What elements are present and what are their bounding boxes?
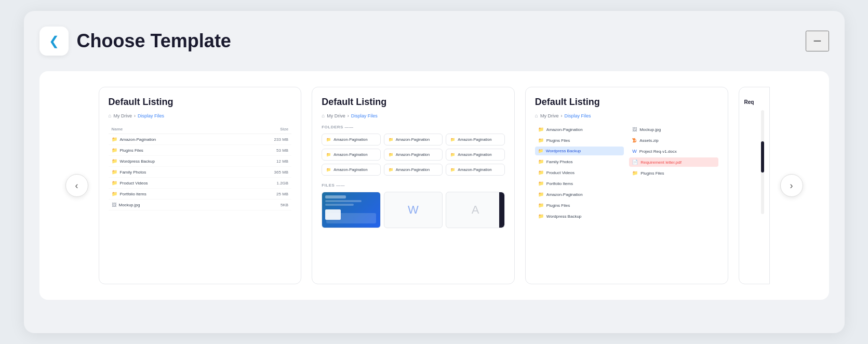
folder-icon-sm: 📁	[450, 152, 455, 157]
folder-icon: 📁	[112, 148, 117, 153]
table-row[interactable]: 📁Wordpress Backup 12 MB	[109, 156, 292, 167]
list-item[interactable]: 📁Amazon-Pagination	[446, 149, 505, 161]
file-size: 53 MB	[239, 145, 292, 156]
home-icon: ⌂	[535, 113, 538, 118]
card1-breadcrumb: ⌂ My Drive › Display Files	[109, 113, 292, 118]
folder-icon: 📁	[632, 170, 638, 176]
list-item[interactable]: 📁Plugins Files	[629, 168, 718, 178]
template-card-2[interactable]: Default Listing ⌂ My Drive › Display Fil…	[312, 87, 515, 284]
folder-icon: 📁	[538, 203, 544, 208]
doc-icon: A	[472, 203, 479, 217]
list-item[interactable]: 📁Amazon-Pagination	[384, 149, 443, 161]
scrollbar-thumb[interactable]	[761, 141, 764, 173]
file-thumb-word[interactable]: W	[384, 192, 443, 228]
list-item[interactable]: 📁Amazon-Pagination	[446, 134, 505, 145]
folder-icon: 📁	[112, 191, 117, 196]
list-item[interactable]: 📁Amazon-Pagination	[446, 164, 505, 176]
folder-icon: 📁	[112, 169, 117, 175]
list-item-selected[interactable]: 📁Wordpress Backup	[535, 147, 624, 155]
list-item[interactable]: 📁Amazon-Pagination	[535, 125, 624, 134]
table-row[interactable]: 🖼Mockup.jpg 5KB	[109, 200, 292, 210]
bc3-sep: ›	[560, 113, 562, 118]
table-row[interactable]: 📁Family Photos 365 MB	[109, 167, 292, 178]
list-item[interactable]: 📁Amazon-Pagination	[384, 164, 443, 176]
bc2-current: Display Files	[351, 113, 378, 118]
scrollbar-track	[761, 110, 764, 214]
list-item[interactable]: 📁Amazon-Pagination	[322, 134, 381, 145]
table-row[interactable]: 📁Amazon-Pagination 233 MB	[109, 134, 292, 145]
folder-icon-sm: 📁	[389, 167, 393, 172]
col-name: Name	[109, 125, 239, 134]
folder-grid: 📁Amazon-Pagination 📁Amazon-Pagination 📁A…	[322, 134, 505, 176]
file-size: 1.2GB	[239, 178, 292, 189]
file-name: Portfolio Items	[120, 192, 146, 196]
list-item[interactable]: 📁Amazon-Pagination	[384, 134, 443, 145]
card2-title: Default Listing	[322, 97, 505, 108]
list-item[interactable]: 📁Plugins Files	[535, 136, 624, 145]
next-button[interactable]: ›	[780, 174, 803, 197]
file-thumb-doc[interactable]: A	[446, 192, 505, 228]
list-table: Name Size 📁Amazon-Pagination 233 MB 📁Plu…	[109, 125, 292, 210]
template-card-3[interactable]: Default Listing ⌂ My Drive › Display Fil…	[525, 87, 728, 284]
peek-title: Req	[744, 99, 754, 105]
folder-icon: 📁	[538, 181, 544, 186]
file-size: 365 MB	[239, 167, 292, 178]
folder-icon-sm: 📁	[450, 137, 455, 142]
list-item[interactable]: 📁Amazon-Pagination	[322, 149, 381, 161]
file-thumb-preview[interactable]	[322, 192, 381, 228]
list-item[interactable]: 🗜Assets.zip	[629, 136, 718, 145]
image-icon: 🖼	[112, 202, 116, 207]
list-item[interactable]: 📁Plugins Files	[535, 201, 624, 210]
list-item[interactable]: 📁Product Videos	[535, 168, 624, 177]
card1-title: Default Listing	[109, 97, 292, 108]
list-item[interactable]: 📁Amazon-Pagination	[322, 164, 381, 176]
folder-icon: 📁	[112, 180, 117, 186]
split-left-col: 📁Amazon-Pagination 📁Plugins Files 📁Wordp…	[535, 125, 624, 221]
folder-icon: 📁	[538, 170, 544, 175]
folder-icon-sm: 📁	[450, 167, 455, 172]
word-icon: W	[408, 203, 419, 217]
folder-icon: 📁	[112, 137, 117, 142]
card-peek: Req	[739, 87, 770, 284]
home-icon: ⌂	[109, 113, 112, 118]
list-item[interactable]: 📁Amazon-Pagination	[535, 190, 624, 199]
jpg-icon: 🖼	[632, 127, 637, 132]
files-grid: W A	[322, 192, 505, 228]
list-item[interactable]: 📁Wordpress Backup	[535, 211, 624, 221]
split-right-col: 🖼Mockup.jpg 🗜Assets.zip WProject Req-v1.…	[629, 125, 718, 221]
folder-icon-sm: 📁	[326, 152, 331, 157]
folder-icon: 📁	[538, 192, 544, 197]
file-size: 233 MB	[239, 134, 292, 145]
app-logo-icon: ❮	[49, 34, 59, 48]
files-label: FILES ——	[322, 183, 505, 188]
modal-container: ❮ Choose Template − ‹ Default Listing ⌂ …	[24, 11, 845, 333]
bc1-sep: ›	[134, 113, 136, 118]
file-size: 25 MB	[239, 189, 292, 200]
folder-icon: 📁	[112, 158, 117, 164]
zip-icon: 🗜	[632, 138, 637, 143]
bc1-root: My Drive	[114, 113, 132, 118]
bc2-sep: ›	[348, 113, 349, 118]
modal-header: ❮ Choose Template −	[39, 27, 829, 56]
prev-button[interactable]: ‹	[65, 174, 88, 197]
table-row[interactable]: 📁Plugins Files 53 MB	[109, 145, 292, 156]
carousel-container: ‹ Default Listing ⌂ My Drive › Display F…	[39, 71, 829, 300]
file-name: Family Photos	[120, 170, 146, 175]
list-item-selected-red[interactable]: 📄Requirement letter.pdf	[629, 157, 718, 167]
template-card-1[interactable]: Default Listing ⌂ My Drive › Display Fil…	[99, 87, 302, 284]
list-item[interactable]: 📁Family Photos	[535, 157, 624, 166]
modal-title: Choose Template	[77, 30, 231, 52]
card2-breadcrumb: ⌂ My Drive › Display Files	[322, 113, 505, 118]
list-item[interactable]: 📁Portfolio Items	[535, 179, 624, 188]
file-name: Plugins Files	[120, 148, 143, 153]
file-name: Amazon-Pagination	[120, 137, 156, 142]
folder-icon: 📁	[538, 214, 544, 219]
table-row[interactable]: 📁Portfolio Items 25 MB	[109, 189, 292, 200]
list-item[interactable]: WProject Req-v1.docx	[629, 147, 718, 156]
home-icon: ⌂	[322, 113, 325, 118]
pdf-icon: 📄	[632, 160, 638, 165]
list-item[interactable]: 🖼Mockup.jpg	[629, 125, 718, 134]
bc3-current: Display Files	[564, 113, 591, 118]
table-row[interactable]: 📁Product Videos 1.2GB	[109, 178, 292, 189]
minimize-button[interactable]: −	[806, 31, 829, 51]
